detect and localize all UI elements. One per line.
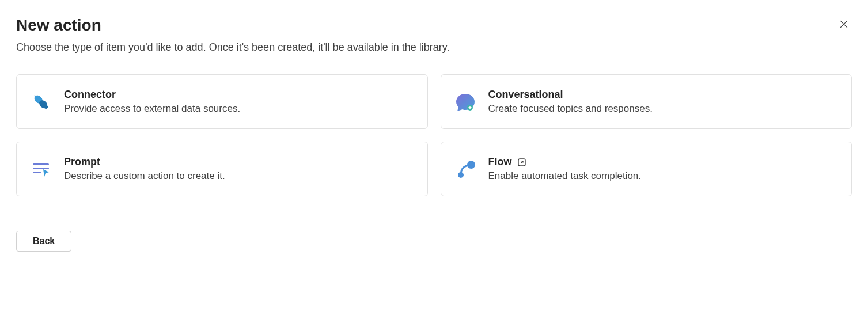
card-description: Create focused topics and responses. [488,103,653,115]
page-subtitle: Choose the type of item you'd like to ad… [16,41,852,54]
card-conversational[interactable]: Conversational Create focused topics and… [441,74,852,129]
connector-icon [29,90,52,113]
card-description: Describe a custom action to create it. [64,170,225,182]
card-connector[interactable]: Connector Provide access to external dat… [16,74,428,129]
page-title: New action [16,16,101,35]
svg-rect-9 [33,168,49,169]
card-description: Enable automated task completion. [488,170,642,182]
card-prompt[interactable]: Prompt Describe a custom action to creat… [16,142,428,196]
svg-rect-10 [33,172,41,173]
close-button[interactable] [836,16,852,34]
card-title: Connector [64,89,116,101]
close-icon [838,18,850,32]
back-button[interactable]: Back [16,231,71,252]
card-title: Conversational [488,89,563,101]
prompt-icon [29,158,52,181]
flow-icon [454,158,477,181]
card-description: Provide access to external data sources. [64,103,240,115]
card-title: Flow [488,156,512,168]
card-title: Prompt [64,156,100,168]
svg-rect-8 [33,163,49,165]
card-flow[interactable]: Flow Enable automated task completion. [441,142,852,196]
conversational-icon [454,90,477,113]
external-link-icon [517,157,527,168]
action-type-grid: Connector Provide access to external dat… [16,74,852,196]
